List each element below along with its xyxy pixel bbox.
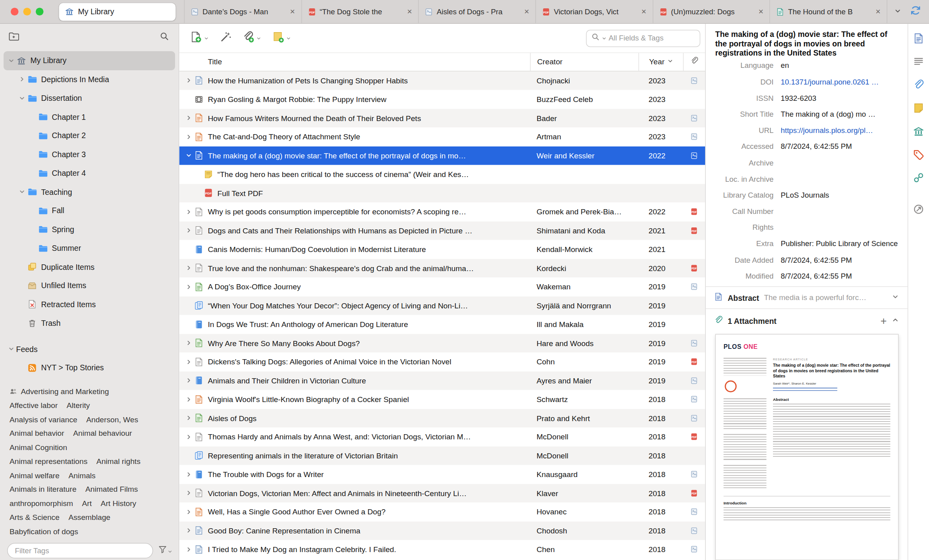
- expand-icon[interactable]: [184, 377, 194, 384]
- close-icon[interactable]: ✕: [757, 7, 765, 17]
- tag-item[interactable]: Art History: [101, 499, 137, 508]
- sidebar-item-my-library[interactable]: My Library: [4, 51, 175, 70]
- field-value[interactable]: 10.1371/journal.pone.0261 …: [781, 77, 900, 87]
- sidebar-item-spring[interactable]: Spring: [4, 220, 175, 239]
- sidebar-item-chapter-2[interactable]: Chapter 2: [4, 126, 175, 145]
- field-row[interactable]: Accessed8/7/2024, 6:42:55 PM: [706, 139, 908, 155]
- sidebar-item-retracted-items[interactable]: Retracted Items: [4, 295, 175, 314]
- field-row[interactable]: Rights: [706, 219, 908, 236]
- libraries-icon[interactable]: [911, 123, 926, 139]
- field-row[interactable]: DOI10.1371/journal.pone.0261 …: [706, 74, 908, 90]
- table-row[interactable]: In Dogs We Trust: An Anthology of Americ…: [179, 315, 705, 334]
- table-row[interactable]: Canis Modernis: Human/Dog Coevolution in…: [179, 240, 705, 259]
- new-note-button[interactable]: [272, 31, 291, 45]
- locate-icon[interactable]: [911, 201, 926, 217]
- document-tab[interactable]: PDF“The Dog Stole the ✕: [301, 0, 418, 23]
- field-row[interactable]: Library CatalogPLoS Journals: [706, 187, 908, 203]
- table-row[interactable]: Ryan Gosling & Margot Robbie: The Puppy …: [179, 90, 705, 109]
- field-row[interactable]: Loc. in Archive: [706, 171, 908, 187]
- table-row[interactable]: Dickens's Talking Dogs: Allegories of An…: [179, 352, 705, 371]
- tag-item[interactable]: Animal representations: [10, 457, 87, 466]
- close-icon[interactable]: ✕: [874, 7, 882, 17]
- info-icon[interactable]: [911, 31, 926, 46]
- sidebar-item-fall[interactable]: Fall: [4, 201, 175, 220]
- search-icon[interactable]: [160, 32, 169, 44]
- pdf-preview[interactable]: PLOS ONE RESEARCH ARTICLE The making of …: [715, 334, 899, 560]
- field-row[interactable]: Modified8/7/2024, 6:42:55 PM: [706, 268, 908, 284]
- zoom-window-button[interactable]: [36, 8, 44, 16]
- field-value[interactable]: https://journals.plos.org/pl…: [781, 126, 900, 135]
- table-row[interactable]: “The dog hero has been critical to the s…: [179, 165, 705, 184]
- expand-icon[interactable]: [184, 339, 194, 346]
- sidebar-item-teaching[interactable]: Teaching: [4, 183, 175, 201]
- field-row[interactable]: ISSN1932-6203: [706, 90, 908, 106]
- table-row[interactable]: The making of a (dog) movie star: The ef…: [179, 146, 705, 165]
- collapse-icon[interactable]: [17, 188, 27, 195]
- table-row[interactable]: A Dog’s Box-Office JourneyWakeman2019: [179, 277, 705, 296]
- sidebar-item-depictions-in-media[interactable]: Depictions In Media: [4, 70, 175, 89]
- tag-item[interactable]: Animal Cognition: [10, 443, 67, 452]
- new-item-button[interactable]: [190, 31, 209, 45]
- table-row[interactable]: How the Humanization of Pets Is Changing…: [179, 71, 705, 90]
- sidebar-item-chapter-3[interactable]: Chapter 3: [4, 145, 175, 164]
- column-header-creator[interactable]: Creator: [530, 53, 638, 71]
- tab-my-library[interactable]: My Library: [59, 3, 176, 21]
- table-row[interactable]: True love and the nonhuman: Shakespeare'…: [179, 259, 705, 277]
- close-icon[interactable]: ✕: [406, 7, 414, 17]
- expand-icon[interactable]: [184, 489, 194, 496]
- close-icon[interactable]: ✕: [640, 7, 648, 17]
- chevron-down-icon[interactable]: [892, 293, 900, 303]
- column-header-title[interactable]: Title: [179, 57, 530, 66]
- expand-icon[interactable]: [184, 264, 194, 271]
- sidebar-item-unfiled-items[interactable]: Unfiled Items: [4, 276, 175, 295]
- table-row[interactable]: Virginia Woolf's Little-Known Biography …: [179, 390, 705, 409]
- abstract-icon[interactable]: [911, 54, 926, 69]
- chevron-up-icon[interactable]: [892, 316, 900, 327]
- table-row[interactable]: Victorian Dogs, Victorian Men: Affect an…: [179, 484, 705, 502]
- field-row[interactable]: ExtraPublisher: Public Library of Scienc…: [706, 236, 908, 252]
- table-row[interactable]: Aisles of DogsPrato and Kehrt2018: [179, 409, 705, 427]
- table-row[interactable]: Thomas Hardy and Animals by Anna West, a…: [179, 427, 705, 446]
- expand-icon[interactable]: [184, 471, 194, 478]
- expand-icon[interactable]: [17, 76, 27, 83]
- table-row[interactable]: “When Your Dog Matches Your Decor”: Obje…: [179, 296, 705, 315]
- tag-item[interactable]: Animal rights: [96, 457, 141, 466]
- collapse-icon[interactable]: [6, 345, 16, 352]
- expand-icon[interactable]: [184, 396, 194, 403]
- field-row[interactable]: URLhttps://journals.plos.org/pl…: [706, 122, 908, 139]
- tag-item[interactable]: Assemblage: [68, 513, 110, 522]
- add-by-identifier-button[interactable]: [220, 31, 232, 45]
- close-window-button[interactable]: [11, 8, 19, 16]
- tag-item[interactable]: Affective labor: [10, 401, 58, 410]
- tag-item[interactable]: Animated Films: [85, 485, 138, 494]
- field-row[interactable]: Short TitleThe making of a (dog) mo …: [706, 106, 908, 123]
- column-header-attachment[interactable]: [683, 53, 705, 71]
- table-row[interactable]: Good Boy: Canine Representation in Cinem…: [179, 521, 705, 540]
- expand-icon[interactable]: [184, 508, 194, 516]
- tag-item[interactable]: Animal behaviour: [73, 429, 132, 438]
- attachments-icon[interactable]: [911, 77, 926, 92]
- expand-icon[interactable]: [184, 527, 194, 534]
- expand-icon[interactable]: [184, 77, 194, 84]
- document-tab[interactable]: PDFVictorian Dogs, Vict✕: [536, 0, 653, 23]
- add-attachment-button[interactable]: +: [881, 316, 887, 327]
- expand-icon[interactable]: [184, 208, 194, 216]
- table-row[interactable]: The Trouble with Dogs for a WriterKnausg…: [179, 465, 705, 484]
- table-row[interactable]: Why is pet goods consumption imperceptib…: [179, 202, 705, 221]
- tag-item[interactable]: Animals: [68, 471, 95, 480]
- tag-item[interactable]: Animal behavior: [10, 429, 64, 438]
- expand-icon[interactable]: [184, 227, 194, 234]
- sidebar-item-dissertation[interactable]: Dissertation: [4, 89, 175, 108]
- expand-icon[interactable]: [184, 414, 194, 421]
- column-header-year[interactable]: Year: [638, 53, 683, 71]
- expand-icon[interactable]: [184, 358, 194, 366]
- close-icon[interactable]: ✕: [289, 7, 297, 17]
- table-row[interactable]: Animals and Their Children in Victorian …: [179, 371, 705, 390]
- table-row[interactable]: How Famous Writers Mourned the Death of …: [179, 109, 705, 127]
- collapse-icon[interactable]: [6, 57, 16, 64]
- table-row[interactable]: Why Are There So Many Books About Dogs?H…: [179, 334, 705, 352]
- table-row[interactable]: Dogs and Cats and Their Relationships wi…: [179, 221, 705, 240]
- tag-filter-input[interactable]: [7, 543, 153, 558]
- field-row[interactable]: Date Added8/7/2024, 6:42:55 PM: [706, 252, 908, 268]
- expand-icon[interactable]: [184, 546, 194, 553]
